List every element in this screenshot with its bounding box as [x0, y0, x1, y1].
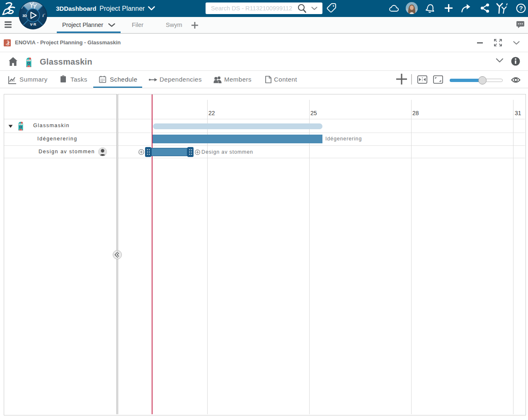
svg-text:3D: 3D	[22, 14, 27, 18]
svg-text:i´: i´	[43, 13, 46, 18]
svg-text:?: ?	[519, 5, 523, 12]
svg-text:V·R: V·R	[30, 22, 36, 27]
